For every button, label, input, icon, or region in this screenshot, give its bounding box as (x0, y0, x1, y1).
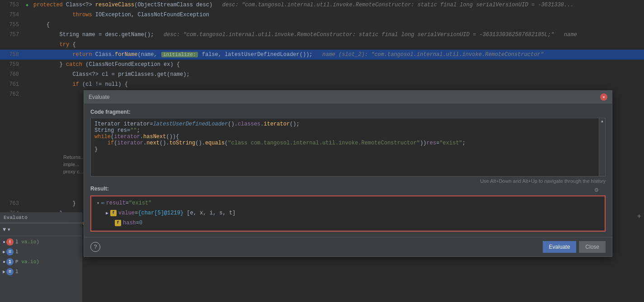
item-text: l (15, 269, 19, 274)
item-text: l (15, 249, 19, 255)
dialog-titlebar: Evaluate ✕ (84, 91, 612, 103)
line-gutter (23, 70, 32, 79)
code-line-4: if(iterator.next().toString().equals("cl… (94, 140, 602, 146)
var-name: value (118, 210, 135, 216)
result-box: ▾ ∞ result = "exist" ▶ f value = {char[5… (90, 195, 606, 232)
var-value: 0 (139, 220, 142, 226)
chevron-right-icon: ● (3, 240, 5, 245)
code-fragment-label: Code fragment: (90, 109, 606, 115)
line-gutter (23, 50, 32, 60)
line-content: { (32, 20, 644, 30)
dialog-footer: ? Evaluate Close (84, 237, 612, 256)
item-source: va.io) (19, 259, 39, 265)
code-line-2: String res=""; (94, 127, 602, 134)
line-gutter (23, 20, 32, 30)
code-line-1: Iterator iterator=latestUserDefinedLoade… (94, 121, 602, 127)
line-gutter (23, 199, 32, 209)
line-gutter (23, 89, 32, 99)
list-item[interactable]: ▶ = l (0, 247, 82, 257)
line-number: 753 (0, 0, 23, 10)
list-item[interactable]: ▶ = l (0, 267, 82, 277)
help-button[interactable]: ? (90, 242, 100, 252)
initialize-badge: initialize: (161, 52, 198, 57)
code-line-try: try { (0, 40, 644, 50)
line-content: protected Class<?> resolveClass(ObjectSt… (32, 0, 644, 10)
evaluate-button[interactable]: Evaluate (543, 241, 577, 253)
line-gutter (23, 60, 32, 70)
var-array: [e, x, i, s, t] (183, 210, 235, 216)
item-source: va.io) (19, 239, 39, 245)
var-eq: = (136, 220, 139, 226)
line-number: 761 (0, 79, 23, 89)
line-content: } catch (ClassNotFoundException ex) { (32, 60, 644, 70)
code-line-755: 755 { (0, 20, 644, 30)
line-gutter (23, 10, 32, 20)
info-icon: = (6, 268, 14, 275)
result-label: Result: (90, 186, 109, 192)
code-line-760: 760 Class<?> cl = primClasses.get(name); (0, 70, 644, 79)
line-content: String name = desc.getName(); desc: "com… (32, 30, 644, 40)
panel-items: ● ! l va.io) ▶ = l ● 1 P va.io) ▶ = l (0, 236, 82, 278)
chevron-right-icon[interactable]: ▶ (106, 210, 108, 216)
add-icon[interactable]: + (637, 213, 641, 221)
line-gutter (23, 79, 32, 89)
line-gutter: ◆ (23, 0, 32, 10)
bottom-panel: ▼ ▾ ● ! l va.io) ▶ = l ● 1 P va.io) (0, 223, 82, 302)
line-number: 754 (0, 10, 23, 20)
evaluate-tab-label: Evaluato (4, 215, 28, 220)
history-hint: Use Alt+Down and Alt+Up to navigate thro… (90, 178, 606, 184)
line-content: throws IOException, ClassNotFoundExcepti… (32, 10, 644, 20)
chevron-right-icon: ▶ (3, 249, 5, 255)
line-number: 755 (0, 20, 23, 30)
var-name: hash (123, 220, 136, 226)
line-content: Class<?> cl = primClasses.get(name); (32, 70, 644, 79)
var-value: "exist" (129, 200, 151, 206)
close-button[interactable]: Close (579, 241, 606, 253)
chevron-down-icon: ▾ (97, 200, 99, 206)
code-line-753: 753 ◆ protected Class<?> resolveClass(Ob… (0, 0, 644, 10)
code-line-754: 754 throws IOException, ClassNotFoundExc… (0, 10, 644, 20)
field-icon: f (110, 210, 117, 216)
line-gutter (23, 40, 32, 50)
list-item[interactable]: ● 1 P va.io) (0, 257, 82, 267)
filter-icon: ▼ (3, 227, 6, 233)
result-row-result: ▾ ∞ result = "exist" (95, 198, 601, 208)
var-eq: = (135, 210, 138, 216)
code-line-5: } (94, 146, 602, 153)
result-row-value: ▶ f value = {char[5]@1219} [e, x, i, s, … (95, 208, 601, 218)
var-name: result (106, 200, 126, 206)
field-icon: f (115, 220, 121, 226)
line-gutter (23, 30, 32, 40)
item-text: l (15, 239, 19, 245)
list-item[interactable]: ● ! l va.io) (0, 237, 82, 247)
evaluate-dialog: Evaluate ✕ Code fragment: Iterator itera… (84, 90, 612, 257)
info-icon: = (6, 248, 14, 256)
var-eq: = (126, 200, 129, 206)
chevron-right-icon: ● (3, 260, 5, 265)
code-line-758: 758 return Class.forName(name, initializ… (0, 50, 644, 60)
code-line-761: 761 if (cl != null) { (0, 79, 644, 89)
chevron-right-icon: ▶ (3, 269, 5, 274)
line-number (0, 40, 23, 50)
panel-toolbar: ▼ ▾ (0, 223, 82, 236)
info-icon: 1 (6, 258, 14, 265)
close-dialog-button[interactable]: ✕ (600, 93, 607, 101)
code-line-3: while(iterator.hasNext()){ (94, 134, 602, 140)
line-number: 760 (0, 70, 23, 79)
line-number: 763 (0, 199, 23, 209)
infinity-icon: ∞ (101, 200, 104, 206)
line-number: 757 (0, 30, 23, 40)
dialog-title: Evaluate (89, 94, 110, 100)
code-fragment-input[interactable]: Iterator iterator=latestUserDefinedLoade… (90, 118, 606, 177)
line-number: 762 (0, 89, 23, 99)
scroll-up-icon[interactable]: ▲ (601, 119, 603, 123)
result-row-hash: f hash = 0 (95, 218, 601, 228)
line-content: try { (32, 40, 644, 50)
settings-icon[interactable]: ⚙ (595, 186, 598, 194)
code-scrollbar[interactable]: ▲ (599, 118, 605, 176)
dialog-body: Code fragment: Iterator iterator=latestU… (84, 103, 612, 237)
code-line-759: 759 } catch (ClassNotFoundException ex) … (0, 60, 644, 70)
line-content: if (cl != null) { (32, 79, 644, 89)
item-text: P (15, 259, 19, 265)
evaluate-tab[interactable]: Evaluato (0, 212, 82, 223)
